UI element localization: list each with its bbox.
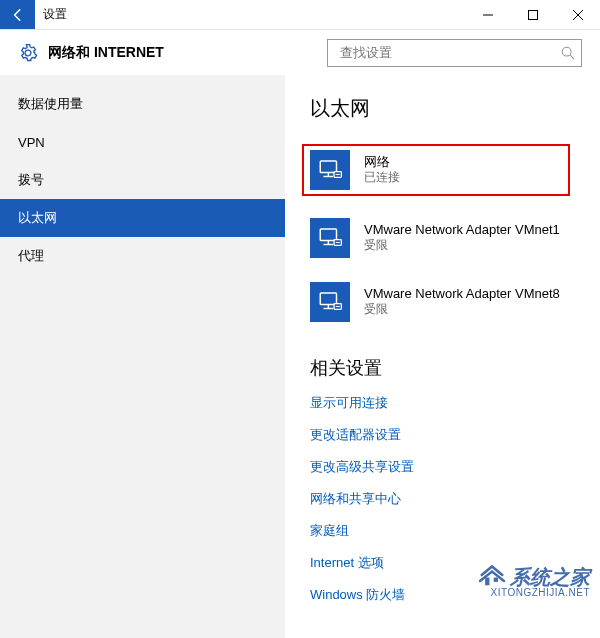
related-link[interactable]: Windows 防火墙 xyxy=(310,586,590,604)
arrow-left-icon xyxy=(11,8,25,22)
maximize-button[interactable] xyxy=(510,0,555,29)
related-link[interactable]: 显示可用连接 xyxy=(310,394,590,412)
window-title: 设置 xyxy=(35,0,465,29)
sidebar-item-label: VPN xyxy=(18,135,45,150)
network-item[interactable]: VMware Network Adapter VMnet1受限 xyxy=(310,216,578,260)
minimize-button[interactable] xyxy=(465,0,510,29)
close-icon xyxy=(573,10,583,20)
network-name: VMware Network Adapter VMnet8 xyxy=(364,286,560,302)
sidebar-item-label: 以太网 xyxy=(18,209,57,227)
content: 以太网 网络已连接VMware Network Adapter VMnet1受限… xyxy=(285,75,600,638)
sidebar-item[interactable]: VPN xyxy=(0,123,285,161)
network-name: VMware Network Adapter VMnet1 xyxy=(364,222,560,238)
sidebar-item-label: 数据使用量 xyxy=(18,95,83,113)
network-status: 受限 xyxy=(364,302,560,318)
network-text: 网络已连接 xyxy=(364,154,400,185)
related-link[interactable]: 更改适配器设置 xyxy=(310,426,590,444)
related-links: 显示可用连接更改适配器设置更改高级共享设置网络和共享中心家庭组Internet … xyxy=(310,394,590,604)
content-heading: 以太网 xyxy=(310,95,590,122)
search-box[interactable] xyxy=(327,39,582,67)
network-text: VMware Network Adapter VMnet1受限 xyxy=(364,222,560,253)
network-item[interactable]: 网络已连接 xyxy=(302,144,570,196)
ethernet-icon xyxy=(310,282,350,322)
gear-icon xyxy=(18,43,38,63)
search-input[interactable] xyxy=(338,44,561,61)
network-name: 网络 xyxy=(364,154,400,170)
sidebar-item-label: 代理 xyxy=(18,247,44,265)
search-icon xyxy=(561,46,575,60)
network-text: VMware Network Adapter VMnet8受限 xyxy=(364,286,560,317)
sidebar-item[interactable]: 拨号 xyxy=(0,161,285,199)
section-title: 网络和 INTERNET xyxy=(48,44,317,62)
svg-line-3 xyxy=(570,55,574,59)
sidebar: 数据使用量VPN拨号以太网代理 xyxy=(0,75,285,638)
close-button[interactable] xyxy=(555,0,600,29)
svg-point-2 xyxy=(562,47,571,56)
minimize-icon xyxy=(483,10,493,20)
related-link[interactable]: 家庭组 xyxy=(310,522,590,540)
sidebar-item-label: 拨号 xyxy=(18,171,44,189)
window-controls xyxy=(465,0,600,29)
page-header: 网络和 INTERNET xyxy=(0,30,600,75)
related-heading: 相关设置 xyxy=(310,356,590,380)
page-body: 数据使用量VPN拨号以太网代理 以太网 网络已连接VMware Network … xyxy=(0,75,600,638)
sidebar-item[interactable]: 以太网 xyxy=(0,199,285,237)
maximize-icon xyxy=(528,10,538,20)
sidebar-item[interactable]: 代理 xyxy=(0,237,285,275)
related-link[interactable]: 网络和共享中心 xyxy=(310,490,590,508)
network-status: 已连接 xyxy=(364,170,400,186)
sidebar-item[interactable]: 数据使用量 xyxy=(0,85,285,123)
network-item[interactable]: VMware Network Adapter VMnet8受限 xyxy=(310,280,578,324)
svg-rect-1 xyxy=(528,10,537,19)
related-link[interactable]: Internet 选项 xyxy=(310,554,590,572)
ethernet-icon xyxy=(310,218,350,258)
ethernet-icon xyxy=(310,150,350,190)
network-status: 受限 xyxy=(364,238,560,254)
window-titlebar: 设置 xyxy=(0,0,600,30)
related-link[interactable]: 更改高级共享设置 xyxy=(310,458,590,476)
network-list: 网络已连接VMware Network Adapter VMnet1受限VMwa… xyxy=(310,144,590,324)
back-button[interactable] xyxy=(0,0,35,29)
